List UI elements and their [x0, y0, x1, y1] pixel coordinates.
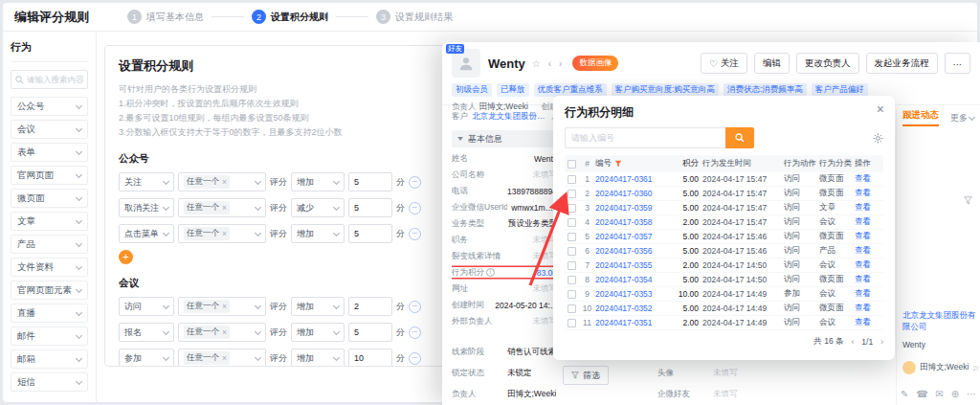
behavior-type-item[interactable]: 文件资料	[11, 258, 88, 277]
edit-button[interactable]: 编辑	[754, 53, 790, 74]
sidebar-search-input[interactable]	[27, 75, 86, 84]
target-multiselect[interactable]: 任意一个×	[178, 349, 266, 367]
row-checkbox[interactable]	[568, 261, 576, 270]
behavior-type-item[interactable]: 邮件	[11, 326, 88, 346]
target-multiselect[interactable]: 任意一个×	[178, 297, 266, 316]
row-view-link[interactable]: 查看	[855, 288, 880, 300]
feed-filter-button[interactable]: 筛选	[563, 366, 609, 385]
column-filter-icon[interactable]	[614, 160, 622, 168]
row-view-link[interactable]: 查看	[855, 173, 880, 185]
start-workflow-button[interactable]: 发起业务流程	[866, 53, 938, 74]
behavior-type-item[interactable]: 短信	[11, 372, 88, 392]
remove-rule-button[interactable]: −	[409, 352, 421, 365]
row-number-link[interactable]: 20240417-0360	[595, 189, 670, 198]
action-select[interactable]: 访问	[119, 297, 174, 316]
write-followup-icon[interactable]: ✎	[901, 389, 908, 399]
follow-button[interactable]: ♡关注	[701, 53, 747, 74]
operation-select[interactable]: 增加	[291, 172, 345, 191]
row-view-link[interactable]: 查看	[855, 259, 880, 271]
action-select[interactable]: 取消关注	[119, 198, 174, 217]
close-icon[interactable]: ×	[877, 101, 884, 117]
target-multiselect[interactable]: 任意一个×	[178, 224, 266, 243]
more-icon[interactable]: ⋯	[967, 389, 976, 399]
operation-select[interactable]: 增加	[291, 224, 345, 243]
remove-rule-button[interactable]: −	[409, 228, 421, 240]
row-number-link[interactable]: 20240417-0356	[595, 246, 670, 256]
prev-page-icon[interactable]: ‹	[851, 337, 854, 347]
favorite-star-icon[interactable]: ☆	[531, 58, 542, 69]
step-basic-info[interactable]: 1 填写基本信息	[127, 10, 204, 24]
call-icon[interactable]: ☎	[916, 389, 927, 399]
target-multiselect[interactable]: 任意一个×	[178, 323, 266, 342]
behavior-type-item[interactable]: 表单	[11, 143, 88, 162]
sidebar-search[interactable]	[11, 70, 88, 89]
operation-select[interactable]: 增加	[291, 323, 345, 342]
behavior-type-item[interactable]: 文章	[11, 212, 88, 231]
step-set-score-rules[interactable]: 2 设置积分规则	[252, 10, 328, 24]
next-page-icon[interactable]: ›	[880, 337, 883, 347]
row-number-link[interactable]: 20240417-0359	[595, 203, 670, 213]
row-number-link[interactable]: 20240417-0358	[595, 217, 670, 227]
behavior-type-item[interactable]: 产品	[11, 235, 88, 254]
chip-remove-icon[interactable]: ×	[222, 327, 227, 337]
row-checkbox[interactable]	[568, 247, 576, 256]
row-number-link[interactable]: 20240417-0355	[595, 260, 670, 270]
behavior-type-item[interactable]: 官网页面元素	[11, 281, 88, 300]
feed-funnel-button[interactable]	[964, 191, 972, 209]
row-checkbox[interactable]	[568, 290, 576, 299]
row-number-link[interactable]: 20240417-0351	[595, 318, 670, 327]
row-number-link[interactable]: 20240417-0354	[595, 275, 670, 284]
chip-remove-icon[interactable]: ×	[222, 177, 227, 187]
chip-remove-icon[interactable]: ×	[222, 203, 227, 213]
basic-info-section-header[interactable]: 基本信息	[452, 130, 557, 147]
add-icon[interactable]: ⊕	[951, 389, 959, 399]
row-checkbox[interactable]	[568, 175, 576, 184]
score-value-input[interactable]	[348, 198, 392, 217]
behavior-type-item[interactable]: 微页面	[11, 189, 88, 208]
row-checkbox[interactable]	[568, 233, 576, 241]
more-actions-button[interactable]: ···	[945, 53, 971, 74]
behavior-type-item[interactable]: 邮箱	[11, 349, 88, 369]
score-value-input[interactable]	[348, 172, 392, 191]
feed-company-link[interactable]: 北京龙文集团股份有限公司	[902, 309, 976, 332]
row-checkbox[interactable]	[568, 190, 576, 198]
row-view-link[interactable]: 查看	[855, 303, 880, 314]
table-settings-button[interactable]	[873, 133, 883, 144]
data-portrait-tag[interactable]: 数据画像	[572, 56, 618, 71]
customer-company-link[interactable]: 北京龙文集团股份有限公司	[472, 111, 546, 123]
row-view-link[interactable]: 查看	[855, 202, 880, 214]
behavior-type-item[interactable]: 会议	[11, 120, 88, 139]
prev-record-icon[interactable]: ‹	[547, 58, 552, 69]
row-view-link[interactable]: 查看	[855, 231, 880, 242]
score-value-input[interactable]	[348, 224, 392, 243]
remove-rule-button[interactable]: −	[409, 326, 421, 339]
action-select[interactable]: 参加	[119, 349, 174, 367]
row-view-link[interactable]: 查看	[855, 216, 880, 228]
action-select[interactable]: 报名	[119, 323, 174, 342]
remove-rule-button[interactable]: −	[409, 176, 421, 189]
row-checkbox[interactable]	[568, 304, 576, 313]
target-multiselect[interactable]: 任意一个×	[178, 198, 266, 217]
action-select[interactable]: 点击菜单	[119, 224, 174, 243]
search-button[interactable]	[725, 127, 754, 148]
chip-remove-icon[interactable]: ×	[222, 353, 227, 363]
row-checkbox[interactable]	[568, 319, 576, 327]
row-checkbox[interactable]	[568, 218, 576, 227]
row-number-link[interactable]: 20240417-0352	[595, 304, 670, 313]
row-number-link[interactable]: 20240417-0361	[595, 174, 670, 184]
behavior-type-item[interactable]: 官网页面	[11, 166, 88, 185]
step-rule-result[interactable]: 3 设置规则结果	[376, 10, 453, 24]
row-number-link[interactable]: 20240417-0353	[595, 289, 670, 299]
number-search-input[interactable]	[565, 127, 725, 148]
remove-rule-button[interactable]: −	[409, 202, 421, 214]
chip-remove-icon[interactable]: ×	[222, 302, 227, 311]
score-value-input[interactable]	[348, 349, 392, 367]
operation-select[interactable]: 增加	[291, 297, 345, 316]
row-view-link[interactable]: 查看	[855, 245, 880, 257]
row-checkbox[interactable]	[568, 276, 576, 284]
next-record-icon[interactable]: ›	[558, 58, 563, 69]
row-view-link[interactable]: 查看	[855, 188, 880, 199]
score-value-input[interactable]	[348, 297, 392, 316]
target-multiselect[interactable]: 任意一个×	[178, 172, 266, 191]
operation-select[interactable]: 减少	[291, 198, 345, 217]
